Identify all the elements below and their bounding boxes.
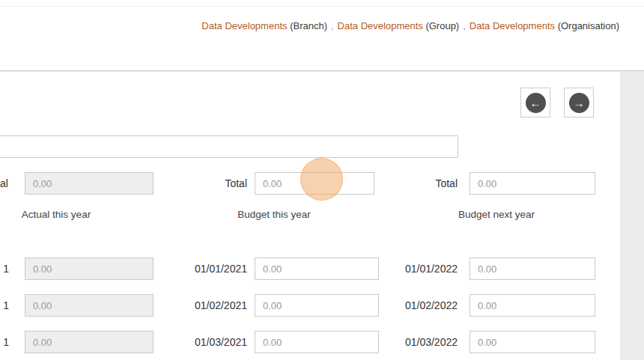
budget-next-date-label: 01/02/2022 [383, 299, 458, 311]
budget-this-value-input[interactable] [255, 331, 379, 353]
budget-this-date-label: 01/02/2021 [172, 299, 247, 311]
description-input[interactable] [0, 135, 458, 158]
budget-entry-screen: Data Developments (Branch),Data Developm… [0, 0, 644, 360]
actual-value-input [25, 331, 154, 353]
breadcrumb-item-organisation[interactable]: Data Developments (Organisation) [470, 20, 619, 31]
budget-this-year-total-label: Total [172, 177, 247, 189]
budget-this-value-input[interactable] [255, 294, 379, 317]
breadcrumb-item-group[interactable]: Data Developments (Group) [338, 20, 460, 31]
column-header-budget-next-year: Budget next year [437, 209, 556, 220]
budget-next-value-input[interactable] [470, 294, 595, 317]
actual-date-label-partial: 1 [0, 263, 9, 275]
breadcrumb-name: Data Developments [470, 20, 555, 31]
column-header-budget-this-year: Budget this year [214, 209, 334, 220]
breadcrumb-separator: , [463, 20, 466, 31]
budget-this-date-label: 01/01/2021 [172, 263, 247, 275]
budget-next-year-total-label: Total [383, 177, 458, 189]
actual-value-input [25, 294, 154, 317]
circle-arrow-right-icon: → [569, 93, 589, 113]
breadcrumb-scope: (Branch) [290, 20, 327, 31]
breadcrumb-name: Data Developments [338, 20, 423, 31]
budget-next-value-input[interactable] [470, 331, 595, 353]
budget-this-year-total-input[interactable] [255, 172, 374, 195]
actual-total-input [25, 172, 154, 195]
breadcrumb-scope: (Group) [425, 20, 459, 31]
actual-date-label-partial: 1 [0, 336, 9, 348]
breadcrumb-separator: , [331, 20, 334, 31]
actual-value-input [25, 257, 154, 280]
breadcrumb-scope: (Organisation) [558, 20, 619, 31]
budget-next-date-label: 01/03/2022 [383, 336, 458, 348]
previous-button[interactable]: ← [520, 88, 550, 118]
circle-arrow-left-icon: ← [526, 93, 546, 113]
header-divider [0, 6, 644, 7]
budget-next-date-label: 01/01/2022 [383, 263, 458, 275]
next-button[interactable]: → [564, 88, 594, 118]
breadcrumb: Data Developments (Branch),Data Developm… [201, 20, 619, 31]
breadcrumb-item-branch[interactable]: Data Developments (Branch) [201, 20, 327, 31]
budget-this-value-input[interactable] [255, 257, 379, 280]
actual-total-label-partial: al [0, 177, 10, 189]
page-header: Data Developments (Branch),Data Developm… [0, 0, 644, 71]
column-header-actual-this-year: Actual this year [0, 209, 112, 220]
actual-date-label-partial: 1 [0, 299, 9, 311]
budget-this-date-label: 01/03/2021 [172, 336, 247, 348]
breadcrumb-name: Data Developments [201, 20, 287, 31]
budget-next-value-input[interactable] [470, 257, 595, 280]
budget-next-year-total-input[interactable] [470, 172, 595, 195]
